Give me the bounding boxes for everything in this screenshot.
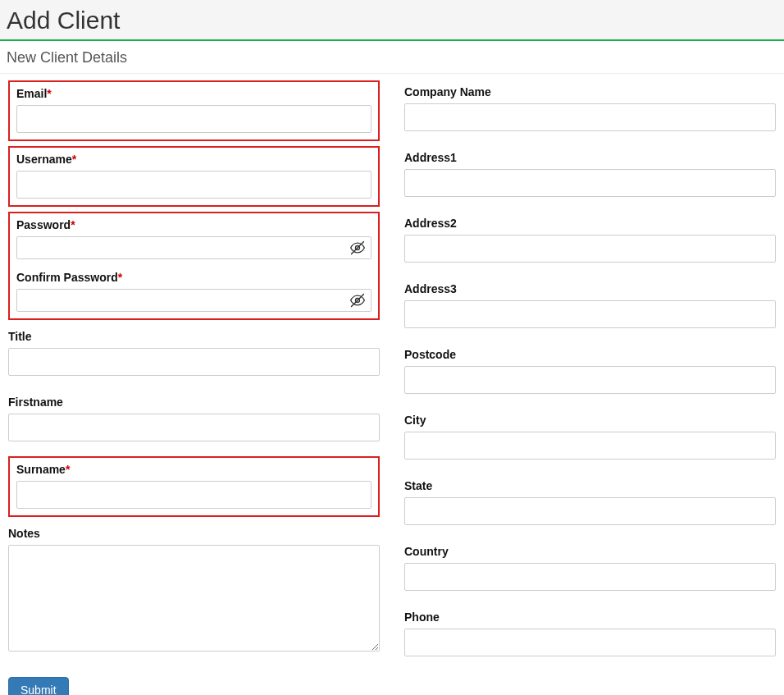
address1-label: Address1 [404, 151, 776, 164]
country-group: Country [404, 540, 776, 597]
address1-input[interactable] [404, 169, 776, 197]
address3-input[interactable] [404, 300, 776, 328]
page-header: Add Client [0, 0, 784, 41]
postcode-group: Postcode [404, 343, 776, 400]
password-group: Password* Confirm Password* [8, 212, 380, 320]
username-input[interactable] [16, 171, 371, 199]
email-input[interactable] [16, 105, 371, 133]
firstname-label: Firstname [8, 396, 380, 409]
confirm-password-label: Confirm Password* [16, 271, 371, 284]
city-label: City [404, 414, 776, 427]
phone-input[interactable] [404, 629, 776, 656]
password-input[interactable] [16, 236, 371, 259]
confirm-password-input[interactable] [16, 289, 371, 312]
surname-group: Surname* [8, 456, 380, 517]
required-star: * [66, 463, 70, 476]
required-star: * [72, 153, 76, 166]
required-star: * [118, 271, 122, 284]
phone-group: Phone [404, 606, 776, 663]
email-group: Email* [8, 80, 380, 141]
title-input[interactable] [8, 348, 380, 376]
company-name-input[interactable] [404, 103, 776, 131]
submit-button[interactable]: Submit [8, 677, 69, 695]
address3-label: Address3 [404, 282, 776, 295]
title-label: Title [8, 330, 380, 343]
password-label: Password* [16, 218, 371, 231]
address2-label: Address2 [404, 217, 776, 230]
postcode-input[interactable] [404, 366, 776, 394]
right-column: Company Name Address1 Address2 Address3 … [404, 80, 776, 695]
surname-label: Surname* [16, 463, 371, 476]
city-input[interactable] [404, 432, 776, 460]
required-star: * [71, 218, 75, 231]
notes-textarea[interactable] [8, 545, 380, 652]
client-form: Email* Username* Password* [0, 73, 784, 695]
notes-group: Notes [8, 522, 380, 661]
section-title: New Client Details [0, 41, 784, 68]
address2-input[interactable] [404, 235, 776, 263]
username-group: Username* [8, 146, 380, 207]
phone-label: Phone [404, 610, 776, 624]
state-label: State [404, 479, 776, 492]
email-label: Email* [16, 87, 371, 100]
address3-group: Address3 [404, 277, 776, 335]
state-input[interactable] [404, 497, 776, 525]
notes-label: Notes [8, 527, 380, 540]
company-name-group: Company Name [404, 80, 776, 138]
city-group: City [404, 409, 776, 466]
username-label: Username* [16, 153, 371, 166]
toggle-password-visibility-icon[interactable] [349, 239, 367, 257]
title-group: Title [8, 325, 380, 382]
page-title: Add Client [7, 7, 776, 34]
firstname-group: Firstname [8, 391, 380, 448]
left-column: Email* Username* Password* [8, 80, 380, 695]
toggle-confirm-password-visibility-icon[interactable] [349, 291, 367, 309]
country-input[interactable] [404, 563, 776, 591]
surname-input[interactable] [16, 481, 371, 509]
state-group: State [404, 474, 776, 532]
country-label: Country [404, 545, 776, 558]
address1-group: Address1 [404, 146, 776, 203]
required-star: * [47, 87, 51, 100]
firstname-input[interactable] [8, 414, 380, 441]
company-name-label: Company Name [404, 85, 776, 98]
postcode-label: Postcode [404, 348, 776, 361]
address2-group: Address2 [404, 212, 776, 269]
